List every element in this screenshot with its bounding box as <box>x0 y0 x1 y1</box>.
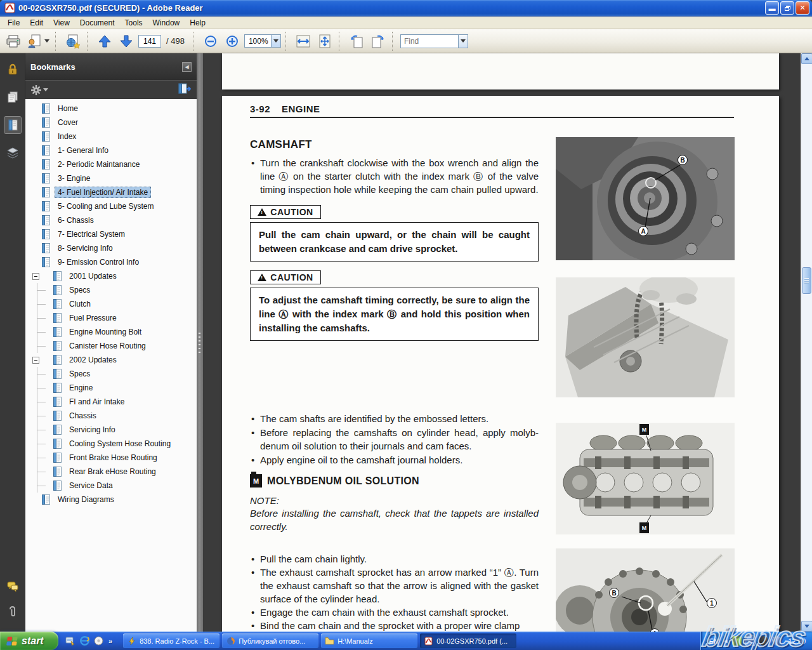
tray-antivirus-icon[interactable] <box>732 636 742 646</box>
bookmark-item[interactable]: Specs <box>25 367 197 381</box>
bookmark-item[interactable]: 2002 Updates <box>25 353 197 367</box>
media-player-icon[interactable] <box>93 635 104 647</box>
scrollbar-thumb[interactable] <box>802 267 811 294</box>
find-dropdown-arrow[interactable] <box>459 34 468 48</box>
options-dropdown-arrow[interactable] <box>43 88 48 91</box>
previous-page-button[interactable] <box>95 32 114 51</box>
page-number-input[interactable] <box>138 35 161 48</box>
zoom-level-combo[interactable]: 100% <box>244 34 281 48</box>
bookmark-item[interactable]: 8- Servicing Info <box>25 241 197 255</box>
panel-collapse-button[interactable]: ◀ <box>182 62 192 72</box>
bookmark-item[interactable]: 6- Chassis <box>25 213 197 227</box>
menu-item[interactable]: File <box>3 17 25 29</box>
panel-splitter[interactable] <box>197 53 203 632</box>
menu-item[interactable]: View <box>48 17 75 29</box>
fit-width-button[interactable] <box>294 32 313 51</box>
close-button[interactable]: ✕ <box>796 1 809 15</box>
bullet-item: Apply engine oil to the camshaft journal… <box>250 453 539 467</box>
window-titlebar[interactable]: 00-02GSXR750.pdf (SECURED) - Adobe Reade… <box>0 0 812 17</box>
menu-item[interactable]: Document <box>75 17 120 29</box>
menu-item[interactable]: Help <box>185 17 211 29</box>
bookmark-label: 7- Electrical System <box>55 229 128 240</box>
rotate-clockwise-button[interactable] <box>369 32 388 51</box>
bookmark-item[interactable]: 3- Engine <box>25 171 197 185</box>
security-lock-icon[interactable] <box>4 61 21 77</box>
comments-panel-icon[interactable] <box>4 578 21 595</box>
scroll-up-button[interactable] <box>801 53 812 64</box>
moly-solution-title: MOLYBDENUM OIL SOLUTION <box>267 475 419 487</box>
create-pdf-online-button[interactable] <box>63 32 82 51</box>
expand-current-bookmark-button[interactable] <box>178 83 192 97</box>
bookmark-item[interactable]: Index <box>25 129 197 143</box>
bookmark-item[interactable]: Cover <box>25 116 197 129</box>
bookmark-item[interactable]: 7- Electrical System <box>25 227 197 241</box>
restore-button[interactable] <box>780 1 794 15</box>
layers-panel-icon[interactable] <box>4 145 21 161</box>
bookmark-item[interactable]: Chassis <box>25 409 197 423</box>
email-share-button[interactable] <box>25 32 51 51</box>
bookmark-item[interactable]: 4- Fuel Injection/ Air Intake <box>25 185 197 199</box>
bookmark-label: 2001 Updates <box>66 270 120 282</box>
quick-launch-overflow-chevron[interactable]: » <box>107 637 114 645</box>
task-button[interactable]: 838. Radio Z-Rock - B... <box>123 633 219 648</box>
bookmark-item[interactable]: Home <box>25 102 197 116</box>
bookmark-item[interactable]: Cooling System Hose Routing <box>25 437 197 451</box>
tray-update-icon[interactable] <box>745 636 755 646</box>
bookmark-item[interactable]: 5- Cooling and Lube System <box>25 199 197 213</box>
zoom-in-button[interactable] <box>223 32 242 51</box>
show-desktop-icon[interactable] <box>65 635 76 647</box>
scroll-down-button[interactable] <box>801 621 812 632</box>
bookmark-item[interactable]: FI and Air Intake <box>25 395 197 409</box>
fit-page-button[interactable] <box>315 32 334 51</box>
options-gear-icon[interactable] <box>30 84 42 96</box>
menu-item[interactable]: Tools <box>120 17 148 29</box>
hide-tray-icons-chevron[interactable]: ◄ <box>723 637 729 644</box>
task-icon <box>424 636 433 646</box>
bookmark-item[interactable]: Front Brake Hose Routing <box>25 451 197 465</box>
menu-item[interactable]: Window <box>148 17 185 29</box>
minimize-button[interactable]: ▬ <box>765 1 779 15</box>
bookmark-item[interactable]: Service Data <box>25 479 197 493</box>
bookmark-item[interactable]: Rear Brak eHose Routing <box>25 465 197 479</box>
zoom-dropdown-arrow[interactable] <box>271 35 280 47</box>
task-button[interactable]: Публикувай отгово... <box>222 633 318 648</box>
bookmarks-panel-icon[interactable] <box>4 117 21 133</box>
vertical-scrollbar[interactable] <box>801 53 812 632</box>
tray-volume-icon[interactable] <box>772 636 782 646</box>
internet-explorer-icon[interactable] <box>79 635 90 647</box>
task-label: H:\Manualz <box>337 637 373 645</box>
document-pane[interactable]: 3-92ENGINE CAMSHAFT Turn the crankshaft … <box>203 53 801 632</box>
attachments-paperclip-icon[interactable] <box>4 604 21 620</box>
page-total-label: / 498 <box>166 36 185 46</box>
bookmark-page-icon <box>53 481 62 491</box>
bookmark-item[interactable]: Engine Mounting Bolt <box>25 325 197 339</box>
bookmark-item[interactable]: 9- Emission Control Info <box>25 255 197 269</box>
bookmark-item[interactable]: Fuel Pressure <box>25 311 197 325</box>
menu-item[interactable]: Edit <box>25 17 48 29</box>
bookmark-expander-minus[interactable] <box>32 357 39 364</box>
next-page-button[interactable] <box>117 32 136 51</box>
bookmark-item[interactable]: Specs <box>25 283 197 297</box>
zoom-out-button[interactable] <box>201 32 220 51</box>
task-button[interactable]: 00-02GSXR750.pdf (... <box>420 633 516 648</box>
start-button[interactable]: start <box>0 632 58 650</box>
bookmark-item[interactable]: Wiring Diagrams <box>25 493 197 507</box>
bookmark-item[interactable]: Canister Hose Routing <box>25 339 197 353</box>
share-dropdown-arrow[interactable] <box>44 39 49 43</box>
print-button[interactable] <box>4 32 23 51</box>
task-button[interactable]: H:\Manualz <box>321 633 417 648</box>
bookmark-item[interactable]: Servicing Info <box>25 423 197 437</box>
bookmark-page-icon <box>53 355 62 365</box>
pages-panel-icon[interactable] <box>4 89 21 105</box>
tray-ime-icon[interactable] <box>759 636 768 646</box>
bookmark-item[interactable]: Clutch <box>25 297 197 311</box>
find-input[interactable] <box>400 34 459 48</box>
bookmark-expander-minus[interactable] <box>32 273 39 280</box>
language-indicator[interactable]: EN <box>709 637 718 645</box>
bookmark-item[interactable]: 1- General Info <box>25 143 197 157</box>
rotate-counterclockwise-button[interactable] <box>347 32 366 51</box>
previous-page-fragment <box>222 53 779 90</box>
bookmark-item[interactable]: 2001 Updates <box>25 269 197 283</box>
bookmark-item[interactable]: Engine <box>25 381 197 395</box>
bookmark-item[interactable]: 2- Periodic Maintanance <box>25 157 197 171</box>
